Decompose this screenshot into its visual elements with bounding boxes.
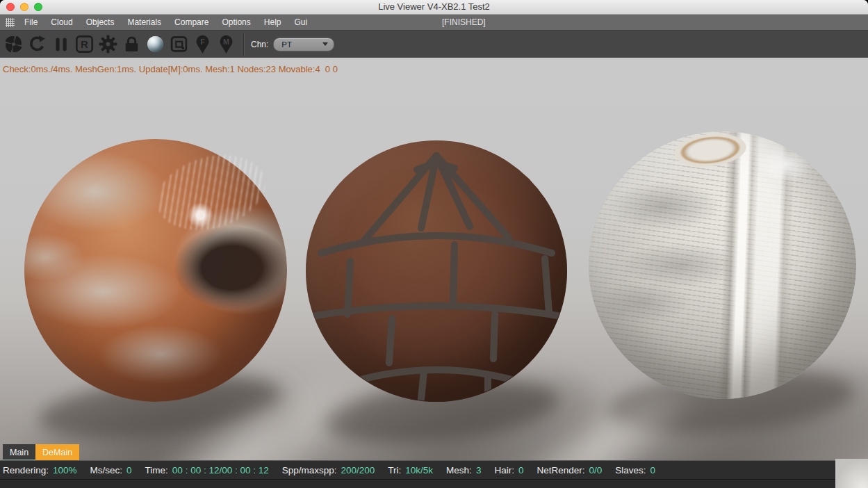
channel-selected-value: PT [274, 40, 322, 49]
pause-render-icon[interactable] [51, 33, 70, 56]
octane-pinwheel-icon[interactable] [4, 33, 23, 56]
render-status-text: [FINISHED] [442, 17, 486, 27]
bottom-strip [0, 479, 835, 488]
menu-gui[interactable]: Gui [294, 17, 307, 27]
tab-demain[interactable]: DeMain [35, 444, 79, 461]
restart-render-icon[interactable] [28, 33, 47, 56]
chevron-down-icon [322, 42, 328, 46]
svg-text:R: R [81, 38, 88, 50]
render-status-bar: Rendering: 100% Ms/sec: 0 Time: 00 : 00 … [0, 460, 835, 479]
tab-main[interactable]: Main [3, 444, 35, 461]
sphere-white-wood [589, 131, 856, 399]
status-mesh: Mesh: 3 [446, 465, 481, 475]
menu-cloud[interactable]: Cloud [51, 17, 72, 27]
reset-render-icon[interactable]: R [75, 33, 94, 56]
floor-corner-highlight [835, 459, 868, 488]
title-bar[interactable]: Live Viewer V4-XB2.1 Test2 [0, 0, 868, 15]
status-bars: Rendering: 100% Ms/sec: 0 Time: 00 : 00 … [0, 460, 835, 488]
render-viewport[interactable]: Check:0ms./4ms. MeshGen:1ms. Update[M]:0… [0, 58, 868, 488]
status-tri: Tri: 10k/5k [388, 465, 433, 475]
channel-label: Chn: [251, 40, 268, 49]
sphere-weathered-orange [24, 139, 287, 402]
viewer-tab-bar: Main DeMain [3, 444, 79, 461]
menu-objects[interactable]: Objects [86, 17, 115, 27]
status-netrender: NetRender: 0/0 [537, 465, 602, 475]
menu-options[interactable]: Options [222, 17, 250, 27]
window-title: Live Viewer V4-XB2.1 Test2 [0, 0, 868, 14]
menu-help[interactable]: Help [264, 17, 281, 27]
grid-handle-icon[interactable] [6, 18, 15, 27]
svg-text:F: F [200, 37, 205, 45]
toolbar: R [0, 31, 868, 58]
menu-materials[interactable]: Materials [127, 17, 161, 27]
sphere-brick [306, 140, 567, 402]
material-picker-icon[interactable]: M [217, 33, 236, 56]
mesh-stats-text: Check:0ms./4ms. MeshGen:1ms. Update[M]:0… [3, 64, 338, 74]
toolbar-separator [243, 34, 244, 55]
status-slaves: Slaves: 0 [615, 465, 655, 475]
menu-compare[interactable]: Compare [174, 17, 208, 27]
status-spp: Spp/maxspp: 200/200 [282, 465, 375, 475]
status-rendering: Rendering: 100% [3, 465, 77, 475]
material-ball-icon[interactable] [146, 33, 165, 56]
menu-file[interactable]: File [24, 17, 38, 27]
status-hair: Hair: 0 [494, 465, 523, 475]
lock-resolution-icon[interactable] [122, 33, 141, 56]
menu-bar: File Cloud Objects Materials Compare Opt… [0, 15, 868, 31]
settings-gear-icon[interactable] [99, 33, 117, 56]
svg-text:M: M [223, 37, 229, 45]
live-viewer-window: Live Viewer V4-XB2.1 Test2 File Cloud Ob… [0, 0, 868, 488]
status-time: Time: 00 : 00 : 12/00 : 00 : 12 [145, 465, 269, 475]
channel-select[interactable]: PT [273, 38, 334, 51]
status-ms-per-sec: Ms/sec: 0 [90, 465, 132, 475]
render-region-icon[interactable] [170, 33, 188, 56]
focus-picker-icon[interactable]: F [193, 33, 212, 56]
